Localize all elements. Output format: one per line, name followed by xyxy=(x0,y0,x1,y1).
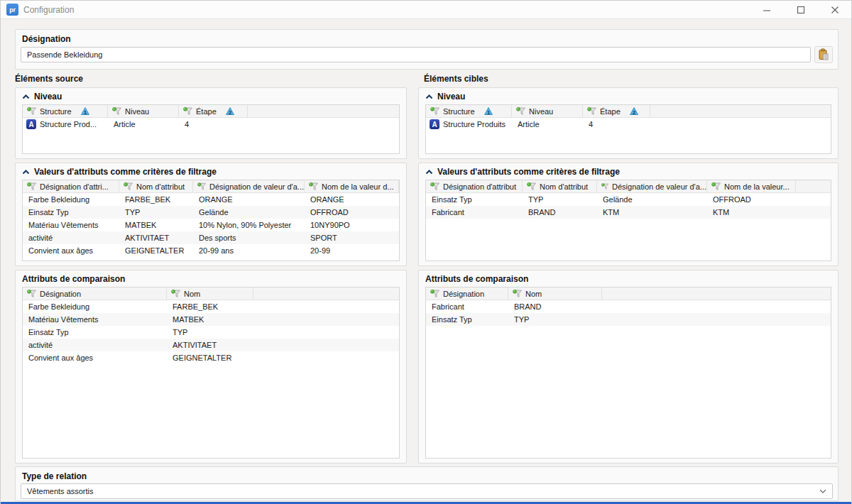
titlebar: pr Configuration xyxy=(1,1,851,19)
source-comparison-section: Attributs de comparaison Désignation Nom… xyxy=(15,270,407,464)
source-niveau-table: Structure 1 Niveau Étape 2 xyxy=(22,104,400,154)
column-header[interactable]: Nom xyxy=(508,287,602,300)
source-filter-section: Valeurs d'attributs comme critères de fi… xyxy=(15,163,407,266)
filter-funnel-icon[interactable] xyxy=(112,107,122,116)
filter-funnel-icon[interactable] xyxy=(513,290,523,298)
table-row[interactable]: Farbe Bekleidung FARBE_BEK ORANGE ORANGE xyxy=(23,193,399,206)
table-row[interactable]: Fabricant BRAND KTM KTM xyxy=(426,206,831,219)
table-row[interactable]: Einsatz Typ TYP xyxy=(426,313,831,326)
window-controls xyxy=(756,1,846,18)
filter-funnel-icon[interactable] xyxy=(183,107,193,116)
filter-funnel-icon[interactable] xyxy=(171,290,181,298)
table-row[interactable]: activité AKTIVITAET Des sports SPORT xyxy=(23,231,399,244)
section-title: Valeurs d'attributs comme critères de fi… xyxy=(34,167,217,177)
column-header[interactable]: Nom de la valeur... xyxy=(707,180,796,192)
filter-funnel-icon[interactable] xyxy=(430,107,440,116)
filter-funnel-icon[interactable] xyxy=(430,182,440,191)
column-header[interactable]: Désignation d'attribut xyxy=(426,180,523,192)
column-header-empty xyxy=(796,180,831,192)
filter-funnel-icon[interactable] xyxy=(527,182,537,191)
column-header-structure[interactable]: Structure 1 xyxy=(426,105,512,117)
source-niveau-section: Niveau Structure 1 Niveau Étape xyxy=(15,87,407,159)
table-row[interactable]: Matériau Vêtements MATBEK xyxy=(23,313,399,326)
table-row[interactable]: A Structure Produits Article 4 xyxy=(426,118,831,131)
column-header[interactable]: Nom de la valeur d... xyxy=(305,180,399,192)
paste-button[interactable] xyxy=(814,46,833,63)
table-row[interactable]: Einsatz Typ TYP xyxy=(23,326,399,339)
source-filter-header: Valeurs d'attributs comme critères de fi… xyxy=(16,163,406,177)
filter-funnel-icon[interactable] xyxy=(516,107,526,116)
filter-funnel-icon[interactable] xyxy=(27,290,37,298)
minimize-button[interactable] xyxy=(756,1,777,18)
source-comparison-table: Désignation Nom Farbe Bekleidung FARBE_B… xyxy=(22,287,400,459)
column-header[interactable]: Nom xyxy=(167,287,253,300)
section-title: Niveau xyxy=(34,92,62,102)
table-header-row: Désignation d'attri... Nom d'attribut Dé… xyxy=(23,180,399,193)
column-header[interactable]: Désignation de valeur d'a... xyxy=(193,180,305,192)
sort-ascending-badge: 1 xyxy=(81,107,89,115)
chevron-up-icon[interactable] xyxy=(425,94,433,99)
maximize-button[interactable] xyxy=(790,1,812,18)
column-header[interactable]: Désignation de valeur d'a... xyxy=(597,180,707,192)
article-a-icon: A xyxy=(26,119,36,129)
filter-funnel-icon[interactable] xyxy=(430,290,440,298)
relation-dropdown[interactable]: Vêtements assortis xyxy=(21,483,833,499)
window-title: Configuration xyxy=(23,5,74,15)
column-header-empty xyxy=(399,180,400,192)
section-title: Niveau xyxy=(437,92,465,102)
table-row[interactable]: Matériau Vêtements MATBEK 10% Nylon, 90%… xyxy=(23,219,399,231)
minimize-icon xyxy=(763,6,771,14)
section-title: Attributs de comparaison xyxy=(22,274,125,284)
table-row[interactable]: Convient aux âges GEIGNETALTER xyxy=(23,351,399,364)
table-header-row: Structure 1 Niveau Étape 2 xyxy=(23,105,399,118)
svg-text:2: 2 xyxy=(229,109,231,115)
chevron-up-icon[interactable] xyxy=(22,94,30,99)
table-row[interactable]: Convient aux âges GEIGNETALTER 20-99 ans… xyxy=(23,244,399,257)
target-filter-section: Valeurs d'attributs comme critères de fi… xyxy=(418,163,839,266)
chevron-down-icon xyxy=(819,489,826,493)
table-row[interactable]: A Structure Prod... Article 4 xyxy=(23,118,399,131)
chevron-up-icon[interactable] xyxy=(425,170,433,175)
target-comparison-section: Attributs de comparaison Désignation Nom… xyxy=(418,270,839,464)
column-header-etape[interactable]: Étape 2 xyxy=(583,105,650,117)
table-row[interactable]: Farbe Bekleidung FARBE_BEK xyxy=(23,300,399,313)
column-header[interactable]: Désignation xyxy=(426,287,508,300)
filter-funnel-icon[interactable] xyxy=(587,107,597,116)
column-header[interactable]: Nom d'attribut xyxy=(119,180,193,192)
column-header[interactable]: Désignation d'attri... xyxy=(23,180,119,192)
filter-funnel-icon[interactable] xyxy=(27,107,37,116)
table-header-row: Désignation Nom xyxy=(23,287,399,300)
column-header-empty xyxy=(602,287,831,300)
target-column-title: Éléments cibles xyxy=(424,74,488,84)
table-row[interactable]: activité AKTIVITAET xyxy=(23,339,399,351)
column-header-structure[interactable]: Structure 1 xyxy=(23,105,108,117)
filter-funnel-icon[interactable] xyxy=(197,182,207,191)
relation-panel: Type de relation Vêtements assortis xyxy=(15,466,839,501)
filter-funnel-icon[interactable] xyxy=(124,182,133,191)
svg-text:2: 2 xyxy=(633,109,635,115)
column-header-niveau[interactable]: Niveau xyxy=(512,105,583,117)
column-header[interactable]: Désignation xyxy=(23,287,167,300)
filter-funnel-icon[interactable] xyxy=(601,182,609,191)
source-column: Niveau Structure 1 Niveau Étape xyxy=(15,87,407,464)
column-header[interactable]: Nom d'attribut xyxy=(523,180,597,192)
column-header-etape[interactable]: Étape 2 xyxy=(179,105,248,117)
table-row[interactable]: Einsatz Typ TYP Gelände OFFROAD xyxy=(23,206,399,219)
filter-funnel-icon[interactable] xyxy=(711,182,721,191)
table-row[interactable]: Einsatz Typ TYP Gelände OFFROAD xyxy=(426,193,831,206)
article-a-icon: A xyxy=(430,119,439,129)
filter-funnel-icon[interactable] xyxy=(27,182,37,191)
filter-funnel-icon[interactable] xyxy=(309,182,319,191)
svg-text:1: 1 xyxy=(487,109,490,115)
close-button[interactable] xyxy=(824,1,846,18)
target-niveau-table: Structure 1 Niveau Étape 2 xyxy=(425,104,831,154)
designation-panel: Désignation xyxy=(15,29,839,70)
chevron-up-icon[interactable] xyxy=(22,170,30,175)
sort-ascending-badge: 2 xyxy=(630,107,638,115)
column-header-niveau[interactable]: Niveau xyxy=(108,105,179,117)
table-row[interactable]: Fabricant BRAND xyxy=(426,300,831,313)
target-column: Niveau Structure 1 Niveau Étape xyxy=(418,87,839,464)
designation-input[interactable] xyxy=(21,47,811,62)
designation-label: Désignation xyxy=(22,34,71,44)
app-logo-icon: pr xyxy=(6,4,18,16)
